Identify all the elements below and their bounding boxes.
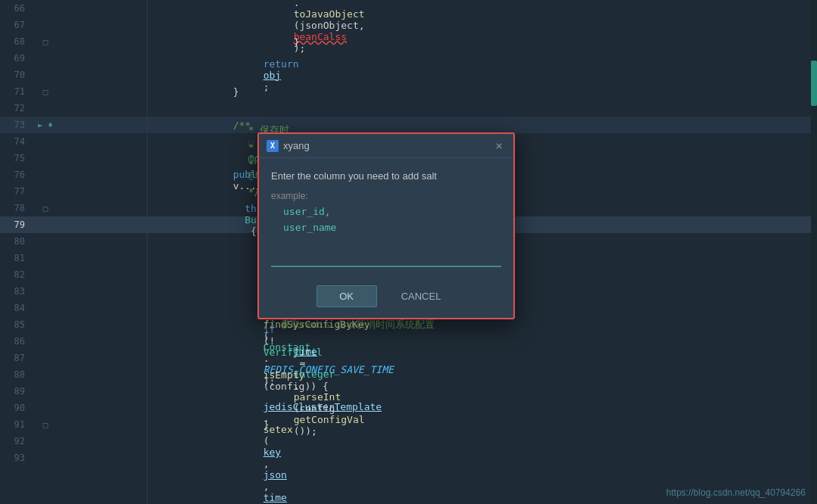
dialog-message: Enter the column you need to add salt xyxy=(271,170,501,182)
line-66: 66 xyxy=(0,0,147,17)
line-88: 88 xyxy=(0,366,147,383)
dialog-example-code: user_id, user_name xyxy=(271,204,501,236)
scrollbar-thumb[interactable] xyxy=(811,61,817,106)
line-70: 70 xyxy=(0,67,147,83)
line-gutter: 66 67 68 □ 69 70 71 □ 72 73 ► ♦ xyxy=(0,0,148,504)
line-81: 81 xyxy=(0,250,147,266)
dialog-input-area xyxy=(271,248,501,267)
line-87: 87 xyxy=(0,350,147,366)
line-93: 93 xyxy=(0,450,147,466)
line-91: 91 □ xyxy=(0,416,147,433)
line-89: 89 xyxy=(0,383,147,400)
line-82: 82 xyxy=(0,266,147,283)
watermark: https://blog.csdn.net/qq_40794266 xyxy=(666,487,806,498)
scrollbar-track[interactable] xyxy=(811,0,817,504)
dialog-example-label: example: xyxy=(271,191,501,201)
line-92: 92 xyxy=(0,433,147,450)
code-line-93: jedisClusterTemplate . setex ( key , jso… xyxy=(148,450,817,466)
line-74: 74 xyxy=(0,133,147,150)
example-line-2: user_name xyxy=(283,220,501,236)
line-80: 80 xyxy=(0,233,147,250)
dialog: X xyang × Enter the column you need to a… xyxy=(257,132,515,319)
line-85: 85 xyxy=(0,316,147,333)
line-78: 78 □ xyxy=(0,200,147,216)
line-83: 83 xyxy=(0,283,147,300)
dialog-title: xyang xyxy=(283,140,310,151)
line-73: 73 ► ♦ xyxy=(0,117,147,133)
dialog-titlebar: X xyang × xyxy=(259,134,513,158)
line-69: 69 xyxy=(0,50,147,67)
line-79: 79 xyxy=(0,216,147,233)
line-72: 72 xyxy=(0,100,147,117)
ok-button[interactable]: OK xyxy=(317,285,377,307)
line-77: 77 xyxy=(0,183,147,200)
dialog-close-button[interactable]: × xyxy=(492,138,506,154)
code-editor: 66 67 68 □ 69 70 71 □ 72 73 ► ♦ xyxy=(0,0,817,504)
line-90: 90 xyxy=(0,400,147,416)
code-line-66: obj = JSONObject . toJavaObject (jsonObj… xyxy=(148,0,817,17)
dialog-input[interactable] xyxy=(271,248,501,260)
dialog-body: Enter the column you need to add salt ex… xyxy=(259,158,513,276)
line-71: 71 □ xyxy=(0,83,147,100)
line-68: 68 □ xyxy=(0,33,147,50)
line-84: 84 xyxy=(0,300,147,316)
dialog-app-icon: X xyxy=(267,140,279,152)
dialog-buttons: OK CANCEL xyxy=(259,276,513,318)
line-86: 86 xyxy=(0,333,147,350)
line-76: 76 xyxy=(0,166,147,183)
line-67: 67 xyxy=(0,17,147,33)
cancel-button[interactable]: CANCEL xyxy=(386,286,457,306)
example-line-1: user_id, xyxy=(283,204,501,220)
code-line-70: return obj ; xyxy=(148,67,817,83)
dialog-title-left: X xyang xyxy=(267,140,310,152)
line-75: 75 xyxy=(0,150,147,166)
